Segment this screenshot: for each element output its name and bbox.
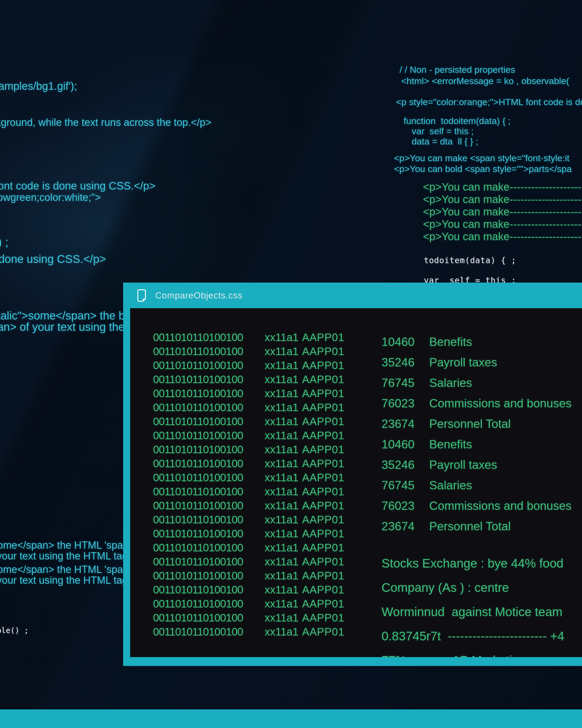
binary-cell: AAPP01 — [302, 428, 344, 442]
mono-code-line: todoitem(data) { ; — [424, 256, 557, 265]
binary-cell: 0011010110100100 — [153, 625, 243, 639]
code-fragment: function todoitem(data) { ; — [404, 115, 510, 126]
binary-cell: xx11a1 — [265, 555, 299, 569]
ledger-label: Benefits — [429, 335, 472, 348]
ledger-row: 10460Benefits — [382, 335, 572, 356]
ledger-row: 35246Payroll taxes — [382, 458, 572, 478]
binary-cell: 0011010110100100 — [153, 428, 243, 442]
compare-objects-window: CompareObjects.css 0011010110100100xx11a… — [123, 283, 582, 666]
binary-cell: 0011010110100100 — [153, 344, 243, 358]
binary-cell: xx11a1 — [265, 527, 299, 541]
ledger-value: 10460 — [382, 335, 429, 348]
green-repeat-line: <p>You can make-------------------------… — [423, 230, 582, 243]
binary-cell: xx11a1 — [265, 597, 299, 611]
binary-cell: 0011010110100100 — [153, 485, 243, 498]
binary-cell: xx11a1 — [265, 344, 299, 358]
binary-cell: 0011010110100100 — [153, 498, 243, 513]
binary-cell: AAPP01 — [302, 330, 344, 344]
binary-cell: xx11a1 — [265, 428, 299, 442]
binary-cell: 0011010110100100 — [153, 330, 243, 344]
binary-cell: xx11a1 — [265, 498, 299, 513]
ledger-value: 10460 — [382, 438, 429, 451]
binary-cell: 0011010110100100 — [153, 541, 243, 555]
binary-cell: AAPP01 — [302, 597, 344, 611]
code-fragment: amples/bg1.gif'); — [0, 80, 77, 93]
code-fragment: ome</span> the HTML 'span' — [0, 539, 131, 551]
code-fragment: done using CSS.</p> — [0, 252, 106, 266]
binary-cell: AAPP01 — [302, 541, 344, 555]
binary-cell: xx11a1 — [265, 611, 299, 625]
binary-cell: xx11a1 — [265, 386, 299, 400]
ledger-row: 76023Commissions and bonuses — [382, 397, 572, 417]
ledger-row: 76745Salaries — [382, 376, 572, 397]
ledger-row: 76745Salaries — [382, 478, 572, 499]
stocks-block: Stocks Exchange : bye 44% food Company (… — [382, 546, 564, 657]
binary-cell: AAPP01 — [302, 414, 344, 428]
green-repeat-line: <p>You can make-------------------------… — [423, 205, 582, 218]
stocks-line: 77% -------m AP Marketing — [382, 653, 564, 657]
code-fragment: <html> <errorMessage = ko , observable( — [401, 76, 569, 86]
binary-cell: 0011010110100100 — [153, 372, 243, 386]
binary-cell: xx11a1 — [265, 470, 299, 485]
ledger-label: Personnel Total — [429, 520, 511, 533]
code-fragment: / / Non - persisted properties — [399, 64, 515, 75]
ledger-value: 35246 — [382, 356, 429, 369]
ledger-value: 35246 — [382, 458, 429, 472]
binary-cell: xx11a1 — [265, 569, 299, 583]
binary-cell: 0011010110100100 — [153, 457, 243, 470]
ledger-label: Payroll taxes — [429, 356, 497, 369]
stocks-line: Company (As ) : centre — [382, 580, 564, 595]
stocks-line: Worminnud against Motice team — [382, 604, 564, 619]
ledger-row: 35246Payroll taxes — [382, 356, 572, 376]
green-repeat-line: <p>You can make-------------------------… — [423, 193, 582, 205]
desktop-background: { "colors": { "cyan": "#3cc5dc", "green"… — [0, 0, 582, 728]
binary-cell: AAPP01 — [302, 386, 344, 400]
ledger-label: Commissions and bonuses — [429, 397, 572, 410]
binary-cell: AAPP01 — [302, 442, 344, 457]
binary-cell: AAPP01 — [302, 358, 344, 372]
ledger-label: Benefits — [429, 438, 472, 451]
code-fragment: an> of your text using the — [0, 320, 125, 334]
binary-cell: xx11a1 — [265, 625, 299, 639]
binary-cell: AAPP01 — [302, 498, 344, 513]
ledger-value: 76023 — [382, 397, 429, 410]
window-titlebar[interactable]: CompareObjects.css — [123, 283, 582, 308]
ledger-label: Payroll taxes — [429, 458, 497, 471]
binary-cell: 0011010110100100 — [153, 442, 243, 457]
ledger-row: 23674Personnel Total — [382, 520, 572, 540]
code-fragment: ) ; — [0, 235, 8, 249]
binary-cell: AAPP01 — [302, 583, 344, 597]
binary-cell: AAPP01 — [302, 457, 344, 470]
green-repeat-line: <p>You can make-------------------------… — [423, 218, 582, 230]
binary-cell: 0011010110100100 — [153, 513, 243, 527]
code-fragment: <p>You can bold <span style="">parts</sp… — [394, 163, 572, 174]
ledger-value: 76023 — [382, 499, 429, 513]
binary-cell: AAPP01 — [302, 372, 344, 386]
green-repeat-line: <p>You can make-------------------------… — [423, 181, 582, 193]
binary-cell: xx11a1 — [265, 485, 299, 498]
ledger-value: 76745 — [382, 478, 429, 492]
ledger-label: Commissions and bonuses — [429, 499, 572, 512]
green-repeat-lines: <p>You can make-------------------------… — [423, 181, 582, 243]
binary-cell: AAPP01 — [302, 344, 344, 358]
binary-cell: AAPP01 — [302, 569, 344, 583]
binary-cell: AAPP01 — [302, 485, 344, 498]
document-icon — [137, 289, 147, 302]
binary-cell: 0011010110100100 — [153, 569, 243, 583]
ledger-value: 23674 — [382, 520, 429, 533]
binary-cell: xx11a1 — [265, 513, 299, 527]
code-fragment: owgreen;color:white;"> — [0, 191, 101, 204]
ledger-label: Personnel Total — [429, 417, 511, 430]
binary-cell: xx11a1 — [265, 442, 299, 457]
binary-cell: xx11a1 — [265, 330, 299, 344]
code-fragment: data = dta ll { } ; — [412, 136, 478, 147]
binary-cell: xx11a1 — [265, 372, 299, 386]
binary-cell: 0011010110100100 — [153, 386, 243, 400]
binary-cell: xx11a1 — [265, 457, 299, 470]
binary-cell: AAPP01 — [302, 513, 344, 527]
ledger-row: 23674Personnel Total — [382, 417, 572, 438]
binary-cell: xx11a1 — [265, 583, 299, 597]
code-fragment: <p>You can make <span style="font-style:… — [394, 153, 570, 163]
ledger-label: Salaries — [429, 376, 472, 389]
code-fragment: <p style="color:orange;">HTML font code … — [396, 97, 582, 107]
